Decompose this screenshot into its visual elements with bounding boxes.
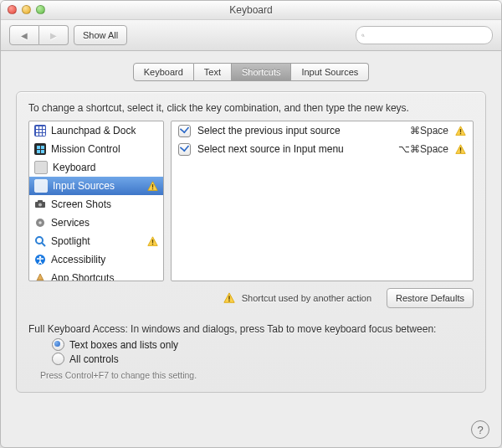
traffic-lights — [8, 5, 45, 14]
svg-point-8 — [38, 221, 42, 224]
tab-input-sources[interactable]: Input Sources — [291, 63, 369, 81]
category-label: Services — [51, 217, 90, 229]
svg-rect-5 — [38, 200, 43, 203]
preferences-window: Keyboard ◀ ▶ Show All KeyboardTextShortc… — [0, 0, 502, 448]
fka-hint: Press Control+F7 to change this setting. — [40, 370, 474, 380]
category-list[interactable]: Launchpad & DockMission ControlKeyboardI… — [28, 121, 164, 281]
shortcut-row[interactable]: Select next source in Input menu⌥⌘Space — [172, 140, 473, 158]
category-launchpad-dock[interactable]: Launchpad & Dock — [29, 121, 163, 140]
forward-button[interactable]: ▶ — [39, 25, 69, 45]
radio-label: Text boxes and lists only — [69, 339, 178, 351]
warning-icon — [455, 126, 466, 136]
back-button[interactable]: ◀ — [9, 25, 39, 45]
category-label: Mission Control — [51, 143, 120, 155]
show-all-button[interactable]: Show All — [74, 25, 127, 45]
category-mission-control[interactable]: Mission Control — [29, 140, 163, 158]
toolbar: ◀ ▶ Show All — [1, 20, 501, 51]
fka-option-textboxes[interactable]: Text boxes and lists only — [52, 338, 474, 351]
instruction-text: To change a shortcut, select it, click t… — [28, 102, 474, 114]
category-services[interactable]: Services — [29, 214, 163, 232]
category-app-shortcuts[interactable]: App Shortcuts — [29, 269, 163, 281]
category-label: Launchpad & Dock — [51, 125, 136, 136]
tab-keyboard[interactable]: Keyboard — [133, 63, 194, 81]
category-label: Spotlight — [51, 235, 90, 247]
category-label: App Shortcuts — [51, 272, 114, 281]
warning-icon — [455, 144, 466, 155]
shortcut-label: Select the previous input source — [197, 125, 403, 136]
category-keyboard[interactable]: Keyboard — [29, 158, 163, 177]
window-title: Keyboard — [229, 4, 272, 16]
zoom-icon[interactable] — [36, 5, 45, 14]
category-label: Screen Shots — [51, 198, 111, 210]
fka-label: Full Keyboard Access: In windows and dia… — [28, 323, 474, 335]
warning-icon — [147, 181, 158, 192]
minimize-icon[interactable] — [22, 5, 31, 14]
checkbox[interactable] — [178, 143, 191, 156]
svg-line-10 — [42, 243, 45, 246]
category-label: Accessibility — [51, 254, 105, 265]
category-label: Input Sources — [53, 180, 115, 192]
legend-text: Shortcut used by another action — [242, 293, 371, 303]
svg-line-3 — [364, 36, 365, 37]
fka-option-allcontrols[interactable]: All controls — [52, 353, 474, 365]
search-input[interactable] — [368, 29, 487, 41]
shortcut-row[interactable]: Select the previous input source⌘Space — [172, 121, 473, 140]
checkbox[interactable] — [178, 125, 191, 137]
shortcut-combo[interactable]: ⌥⌘Space — [398, 143, 448, 155]
titlebar[interactable]: Keyboard — [1, 1, 501, 20]
nav-buttons: ◀ ▶ — [9, 25, 69, 45]
category-spotlight[interactable]: Spotlight — [29, 232, 163, 250]
category-input-sources[interactable]: Input Sources — [29, 177, 163, 195]
radio-label: All controls — [69, 353, 119, 365]
category-screen-shots[interactable]: Screen Shots — [29, 195, 163, 214]
tabbar: KeyboardTextShortcutsInput Sources — [1, 51, 501, 88]
close-icon[interactable] — [8, 5, 17, 14]
svg-point-6 — [38, 203, 42, 207]
search-field[interactable] — [356, 26, 493, 44]
shortcut-list[interactable]: Select the previous input source⌘SpaceSe… — [171, 121, 474, 281]
tab-text[interactable]: Text — [194, 63, 232, 81]
search-icon — [361, 31, 365, 40]
warning-icon — [223, 292, 235, 304]
help-button[interactable]: ? — [471, 420, 489, 439]
shortcut-label: Select next source in Input menu — [197, 143, 392, 155]
warning-icon — [147, 236, 158, 247]
restore-defaults-button[interactable]: Restore Defaults — [387, 288, 474, 308]
radio-icon — [52, 353, 64, 365]
svg-point-2 — [362, 34, 364, 36]
svg-point-9 — [36, 237, 43, 244]
shortcuts-panel: To change a shortcut, select it, click t… — [16, 91, 486, 393]
shortcut-combo[interactable]: ⌘Space — [410, 125, 448, 136]
category-label: Keyboard — [53, 162, 95, 173]
radio-icon — [52, 338, 64, 351]
tab-shortcuts[interactable]: Shortcuts — [232, 63, 291, 81]
svg-point-12 — [39, 256, 42, 259]
category-accessibility[interactable]: Accessibility — [29, 250, 163, 269]
